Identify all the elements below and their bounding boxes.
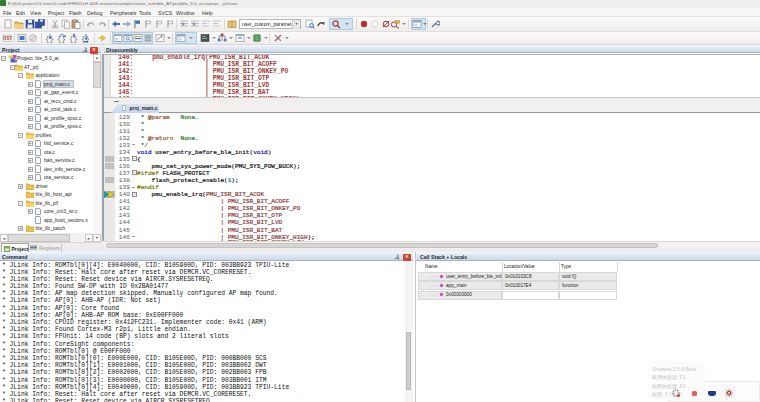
svg-text:{}: {} bbox=[69, 35, 78, 43]
svg-text:RST: RST bbox=[3, 36, 12, 41]
svg-text:{}: {} bbox=[45, 35, 54, 43]
svg-text:>_: >_ bbox=[115, 37, 121, 42]
